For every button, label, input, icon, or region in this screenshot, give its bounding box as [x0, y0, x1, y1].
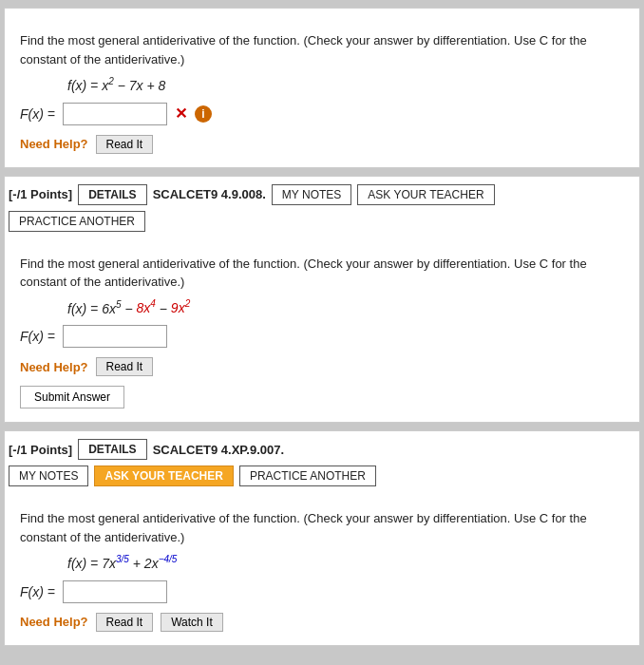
- problem-1-fx-row: F(x) = ✕ i: [20, 103, 624, 125]
- problem-3-block: [-/1 Points] DETAILS SCALCET9 4.XP.9.007…: [4, 430, 640, 646]
- problem-1-math: f(x) = x2 − 7x + 8: [67, 76, 624, 93]
- read-it-button-3[interactable]: Read It: [96, 613, 154, 632]
- problem-2-block: [-/1 Points] DETAILS SCALCET9 4.9.008. M…: [4, 176, 640, 424]
- scalcet-label-3: SCALCET9 4.XP.9.007.: [153, 443, 285, 457]
- my-notes-button-3[interactable]: MY NOTES: [9, 466, 88, 486]
- answer-input-3[interactable]: [63, 580, 167, 603]
- practice-another-button-2[interactable]: PRACTICE ANOTHER: [9, 211, 145, 232]
- problem-3-card: Find the most general antiderivative of …: [4, 486, 640, 646]
- fx-label-3: F(x) =: [20, 584, 55, 599]
- problem-3-tabs: MY NOTES ASK YOUR TEACHER PRACTICE ANOTH…: [4, 460, 640, 486]
- problem-2-math: f(x) = 6x5 − 8x4 − 9x2: [67, 299, 624, 316]
- scalcet-label-2: SCALCET9 4.9.008.: [153, 187, 266, 201]
- need-help-row-1: Need Help? Read It: [20, 135, 624, 154]
- ask-teacher-button-3[interactable]: ASK YOUR TEACHER: [94, 466, 233, 486]
- need-help-label-1: Need Help?: [20, 137, 88, 151]
- answer-input-1[interactable]: [63, 103, 167, 125]
- watch-it-button-3[interactable]: Watch It: [161, 613, 223, 632]
- fx-label-1: F(x) =: [20, 106, 55, 122]
- problem-2-fx-row: F(x) =: [20, 325, 624, 348]
- problem-2-text: Find the most general antiderivative of …: [20, 255, 624, 292]
- my-notes-button-2[interactable]: MY NOTES: [272, 184, 351, 205]
- problem-2-card: Find the most general antiderivative of …: [4, 232, 640, 424]
- problem-3-math: f(x) = 7x3/5 + 2x−4/5: [67, 554, 624, 571]
- need-help-label-2: Need Help?: [20, 360, 88, 374]
- need-help-row-2: Need Help? Read It: [20, 357, 624, 376]
- fx-label-2: F(x) =: [20, 329, 55, 344]
- ask-teacher-button-2[interactable]: ASK YOUR TEACHER: [357, 184, 494, 205]
- problem-1-card: Find the most general antiderivative of …: [4, 8, 640, 168]
- submit-button-2[interactable]: Submit Answer: [20, 386, 124, 408]
- wrong-icon-1: ✕: [175, 104, 187, 123]
- answer-input-2[interactable]: [63, 325, 167, 348]
- problem-3-text: Find the most general antiderivative of …: [20, 509, 624, 546]
- info-icon-1[interactable]: i: [195, 105, 212, 123]
- problem-3-fx-row: F(x) =: [20, 580, 624, 603]
- practice-another-button-3[interactable]: PRACTICE ANOTHER: [239, 466, 376, 486]
- read-it-button-1[interactable]: Read It: [96, 135, 154, 154]
- need-help-label-3: Need Help?: [20, 615, 88, 629]
- problem-2-points: [-/1 Points]: [9, 187, 72, 201]
- submit-row-2: Submit Answer: [20, 386, 624, 408]
- problem-1-text: Find the most general antiderivative of …: [20, 31, 624, 68]
- problem-3-points: [-/1 Points]: [9, 443, 72, 457]
- problem-2-header: [-/1 Points] DETAILS SCALCET9 4.9.008. M…: [4, 176, 640, 232]
- read-it-button-2[interactable]: Read It: [96, 357, 154, 376]
- details-button-2[interactable]: DETAILS: [78, 184, 146, 205]
- problem-3-header: [-/1 Points] DETAILS SCALCET9 4.XP.9.007…: [4, 430, 640, 460]
- details-button-3[interactable]: DETAILS: [78, 439, 146, 460]
- need-help-row-3: Need Help? Read It Watch It: [20, 613, 624, 632]
